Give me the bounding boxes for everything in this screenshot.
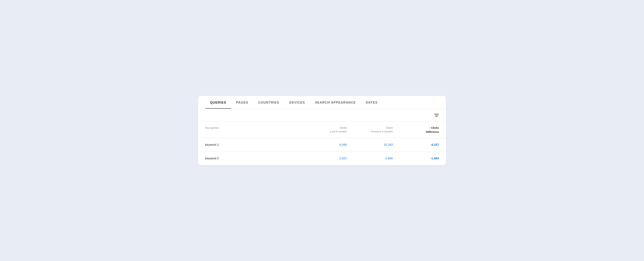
- tab-search-appearance[interactable]: SEARCH APPEARANCE: [310, 96, 361, 109]
- filter-icon[interactable]: [434, 114, 439, 117]
- data-table: Top queries Clicks Last 6 months Clicks …: [198, 122, 446, 165]
- table-row: keyword 1 6,046 10,293 -4,247: [198, 138, 446, 152]
- row-2-diff: -1,684: [393, 157, 439, 160]
- row-2-clicks-prev: 4,606: [347, 157, 393, 160]
- tab-countries[interactable]: COUNTRIES: [253, 96, 284, 109]
- main-card: QUERIES PAGES COUNTRIES DEVICES SEARCH A…: [198, 96, 446, 165]
- tab-queries[interactable]: QUERIES: [205, 96, 231, 109]
- row-1-clicks-prev: 10,293: [347, 143, 393, 146]
- filter-line-1: [434, 114, 439, 114]
- tab-pages[interactable]: PAGES: [231, 96, 253, 109]
- table-header: Top queries Clicks Last 6 months Clicks …: [198, 122, 446, 138]
- tab-dates[interactable]: DATES: [361, 96, 382, 109]
- row-2-label: keyword 2: [205, 157, 301, 160]
- tab-devices[interactable]: DEVICES: [284, 96, 310, 109]
- tabs-container: QUERIES PAGES COUNTRIES DEVICES SEARCH A…: [198, 96, 446, 109]
- row-1-diff: -4,247: [393, 143, 439, 146]
- col-diff-header[interactable]: ↑Clicks Difference: [393, 126, 439, 134]
- sort-arrow-icon: ↑: [429, 126, 430, 130]
- row-1-clicks-last: 6,046: [301, 143, 347, 146]
- filter-row: [198, 109, 446, 122]
- filter-line-3: [435, 116, 438, 117]
- col-clicks-prev-header: Clicks Previous 6 months: [347, 126, 393, 134]
- col-queries-label: Top queries: [205, 126, 301, 134]
- col-clicks-last-header: Clicks Last 6 months: [301, 126, 347, 134]
- row-2-clicks-last: 2,922: [301, 157, 347, 160]
- table-row: keyword 2 2,922 4,606 -1,684: [198, 152, 446, 165]
- row-1-label: keyword 1: [205, 143, 301, 146]
- filter-line-2: [435, 115, 438, 116]
